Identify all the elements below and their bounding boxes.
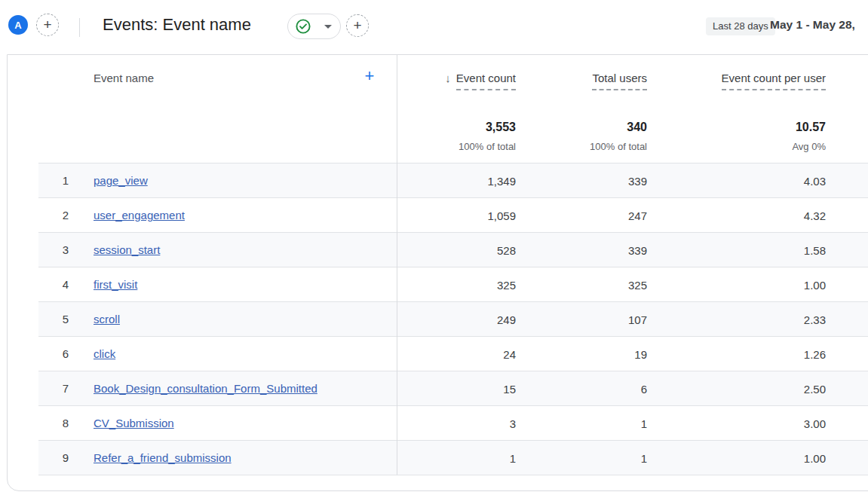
app-bar: A + Events: Event name + Last 28 days Ma…	[0, 0, 868, 54]
event-name-cell: first_visit	[94, 267, 137, 302]
table-row: 7 Book_Design_consultation_Form_Submitte…	[38, 371, 868, 406]
table-row: 1 page_view 1,349 339 4.03	[38, 163, 868, 198]
total-users: 340	[516, 121, 647, 134]
event-name-cell: CV_Submission	[94, 406, 174, 441]
total-users-cell: 19	[516, 348, 647, 361]
total-users-cell: 247	[516, 209, 647, 222]
total-users-cell: 6	[516, 383, 647, 396]
metric-col-event-count: ↓Event count 3,553 100% of total	[397, 72, 516, 152]
event-count-cell: 1	[397, 452, 516, 465]
event-name-link[interactable]: Book_Design_consultation_Form_Submitted	[94, 382, 317, 395]
add-filter-button[interactable]: +	[346, 14, 369, 37]
event-name-link[interactable]: scroll	[94, 313, 120, 325]
event-count-per-user-cell: 4.32	[647, 209, 826, 222]
event-count-per-user-cell: 2.33	[647, 313, 826, 326]
row-number: 1	[38, 163, 69, 198]
check-circle-icon	[295, 18, 311, 35]
row-number: 3	[38, 233, 69, 267]
dimension-column-header[interactable]: Event name	[94, 72, 154, 84]
avatar[interactable]: A	[8, 15, 28, 35]
total-users-cell: 339	[516, 175, 647, 188]
row-number: 7	[38, 371, 69, 406]
event-count-per-user-cell: 1.26	[647, 348, 826, 361]
event-count-per-user-cell: 1.00	[647, 452, 826, 465]
event-count-cell: 3	[397, 417, 516, 430]
event-name-cell: page_view	[94, 163, 148, 198]
total-event-count-per-user-subtext: Avg 0%	[647, 141, 826, 152]
event-count-cell: 528	[397, 244, 516, 257]
table-row: 9 Refer_a_friend_submission 1 1 1.00	[38, 441, 868, 475]
event-name-link[interactable]: CV_Submission	[94, 417, 174, 429]
event-name-cell: Refer_a_friend_submission	[94, 441, 232, 475]
event-count-cell: 1,349	[397, 175, 516, 188]
metric-col-event-count-per-user: Event count per user 10.57 Avg 0%	[647, 72, 826, 152]
row-number: 8	[38, 406, 69, 441]
total-event-count-per-user: 10.57	[647, 121, 826, 134]
add-comparison-button[interactable]: +	[36, 14, 59, 36]
events-report-card: Event name + ↓Event count 3,553 100% of …	[7, 54, 868, 491]
row-number: 5	[38, 302, 69, 337]
total-event-count: 3,553	[397, 121, 516, 134]
event-count-per-user-cell: 4.03	[647, 175, 826, 188]
date-range-value[interactable]: May 1 - May 28,	[770, 18, 855, 32]
divider	[79, 18, 80, 37]
metric-header-total-users[interactable]: Total users	[592, 72, 647, 90]
metric-header-event-count[interactable]: Event count	[456, 72, 516, 90]
total-users-cell: 339	[516, 244, 647, 257]
event-count-cell: 325	[397, 279, 516, 292]
all-users-scope-dropdown[interactable]	[287, 14, 341, 39]
event-name-cell: Book_Design_consultation_Form_Submitted	[94, 371, 317, 406]
event-count-cell: 24	[397, 348, 516, 361]
event-count-per-user-cell: 1.58	[647, 244, 826, 257]
table-row: 4 first_visit 325 325 1.00	[38, 267, 868, 302]
metric-header-event-count-per-user[interactable]: Event count per user	[722, 72, 826, 90]
event-name-cell: scroll	[94, 302, 120, 337]
sort-descending-icon[interactable]: ↓	[445, 72, 451, 84]
add-column-button[interactable]: +	[359, 66, 380, 87]
event-name-cell: user_engagement	[94, 198, 185, 233]
table-row: 6 click 24 19 1.26	[38, 337, 868, 371]
page-title: Events: Event name	[103, 15, 251, 35]
event-name-link[interactable]: session_start	[94, 243, 160, 256]
total-users-cell: 1	[516, 417, 647, 430]
event-name-link[interactable]: first_visit	[94, 278, 137, 291]
total-users-subtext: 100% of total	[516, 141, 647, 152]
event-count-cell: 249	[397, 313, 516, 326]
event-name-link[interactable]: click	[94, 347, 115, 360]
column-divider	[397, 55, 397, 475]
event-count-per-user-cell: 2.50	[647, 383, 826, 396]
row-number: 9	[38, 441, 69, 475]
event-count-per-user-cell: 1.00	[647, 279, 826, 292]
event-name-cell: click	[94, 337, 115, 371]
event-name-link[interactable]: page_view	[94, 174, 148, 187]
table-row: 2 user_engagement 1,059 247 4.32	[38, 198, 868, 233]
event-count-cell: 1,059	[397, 209, 516, 222]
total-users-cell: 325	[516, 279, 647, 292]
total-event-count-subtext: 100% of total	[397, 141, 516, 152]
metric-headers: ↓Event count 3,553 100% of total Total u…	[397, 72, 826, 152]
row-number: 2	[38, 198, 69, 233]
row-number: 6	[38, 337, 69, 371]
event-name-link[interactable]: user_engagement	[94, 209, 185, 222]
event-count-cell: 15	[397, 383, 516, 396]
total-users-cell: 107	[516, 313, 647, 326]
row-number: 4	[38, 267, 69, 302]
date-range-preset-badge[interactable]: Last 28 days	[706, 17, 775, 35]
event-name-link[interactable]: Refer_a_friend_submission	[94, 451, 232, 464]
metric-col-total-users: Total users 340 100% of total	[516, 72, 647, 152]
total-users-cell: 1	[516, 452, 647, 465]
event-name-cell: session_start	[94, 233, 160, 267]
table-row: 8 CV_Submission 3 1 3.00	[38, 406, 868, 441]
table-row: 3 session_start 528 339 1.58	[38, 233, 868, 267]
chevron-down-icon	[324, 25, 332, 29]
event-count-per-user-cell: 3.00	[647, 417, 826, 430]
table-body: 1 page_view 1,349 339 4.03 2 user_engage…	[38, 163, 868, 475]
table-row: 5 scroll 249 107 2.33	[38, 302, 868, 337]
